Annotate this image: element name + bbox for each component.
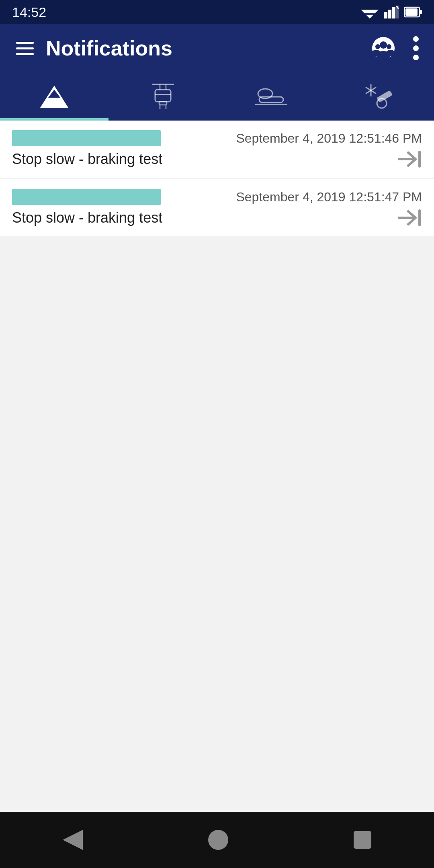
notification-footer-1: Stop slow - braking test [12, 150, 422, 168]
more-options-button[interactable] [410, 33, 422, 63]
home-icon [208, 830, 228, 850]
bottom-nav [0, 812, 434, 868]
notification-header-2: September 4, 2019 12:51:47 PM [12, 189, 422, 205]
svg-rect-5 [392, 7, 395, 18]
battery-icon [404, 6, 422, 18]
status-bar: 14:52 [0, 0, 434, 24]
notification-timestamp-2: September 4, 2019 12:51:47 PM [236, 190, 422, 205]
notification-bar-1 [12, 130, 161, 146]
svg-point-17 [386, 50, 395, 56]
tab-gondola[interactable] [108, 72, 217, 121]
svg-rect-45 [354, 831, 371, 849]
notification-timestamp-1: September 4, 2019 12:51:46 PM [236, 131, 422, 146]
tab-snow-cannon[interactable] [326, 72, 434, 121]
back-icon [63, 830, 83, 850]
svg-rect-4 [388, 10, 391, 18]
svg-marker-2 [366, 15, 373, 18]
svg-point-18 [413, 36, 419, 42]
mountain-icon [40, 86, 68, 108]
svg-point-14 [375, 44, 380, 49]
status-icons [361, 6, 422, 18]
svg-rect-37 [377, 90, 393, 102]
notification-item[interactable]: September 4, 2019 12:51:46 PM Stop slow … [0, 121, 434, 178]
status-time: 14:52 [12, 4, 46, 20]
ski-icon [255, 86, 287, 108]
app-bar-actions [369, 33, 422, 63]
arrow-end-icon-1 [398, 150, 422, 168]
gondola-icon [152, 82, 174, 111]
arrow-to-end-icon [398, 209, 422, 227]
notification-text-1: Stop slow - braking test [12, 151, 162, 168]
recents-icon [354, 831, 371, 849]
hamburger-button[interactable] [12, 38, 38, 59]
svg-rect-10 [405, 8, 418, 16]
svg-marker-43 [63, 830, 83, 850]
signal-icon [384, 6, 399, 18]
arrow-to-end-icon [398, 150, 422, 168]
recents-button[interactable] [346, 823, 379, 857]
back-button[interactable] [55, 822, 91, 858]
notification-item[interactable]: September 4, 2019 12:51:47 PM Stop slow … [0, 179, 434, 236]
svg-rect-9 [420, 10, 422, 14]
wifi-icon [361, 6, 379, 18]
tab-mountain[interactable] [0, 72, 108, 121]
notification-footer-2: Stop slow - braking test [12, 209, 422, 227]
svg-rect-3 [384, 12, 387, 18]
notification-text-2: Stop slow - braking test [12, 209, 162, 226]
svg-point-16 [387, 44, 391, 49]
app-bar: Notifications [0, 24, 434, 72]
hamburger-line-3 [16, 53, 34, 55]
svg-rect-28 [159, 102, 167, 105]
svg-point-44 [208, 830, 228, 850]
home-button[interactable] [200, 822, 236, 858]
hamburger-line-2 [16, 47, 34, 49]
notification-bar-2 [12, 189, 161, 205]
snow-cannon-icon [365, 82, 395, 111]
tabs [0, 72, 434, 121]
more-options-icon [413, 36, 419, 60]
tab-ski[interactable] [217, 72, 326, 121]
arrow-end-icon-2 [398, 209, 422, 227]
profile-icon [372, 37, 395, 59]
svg-point-19 [413, 45, 419, 51]
svg-point-20 [413, 55, 419, 60]
svg-point-12 [380, 41, 387, 49]
notification-header-1: September 4, 2019 12:51:46 PM [12, 130, 422, 146]
svg-point-15 [372, 50, 381, 56]
app-bar-title: Notifications [46, 36, 369, 60]
svg-rect-26 [155, 90, 171, 102]
profile-button[interactable] [369, 34, 398, 63]
notifications-list: September 4, 2019 12:51:46 PM Stop slow … [0, 121, 434, 812]
hamburger-line-1 [16, 42, 34, 44]
